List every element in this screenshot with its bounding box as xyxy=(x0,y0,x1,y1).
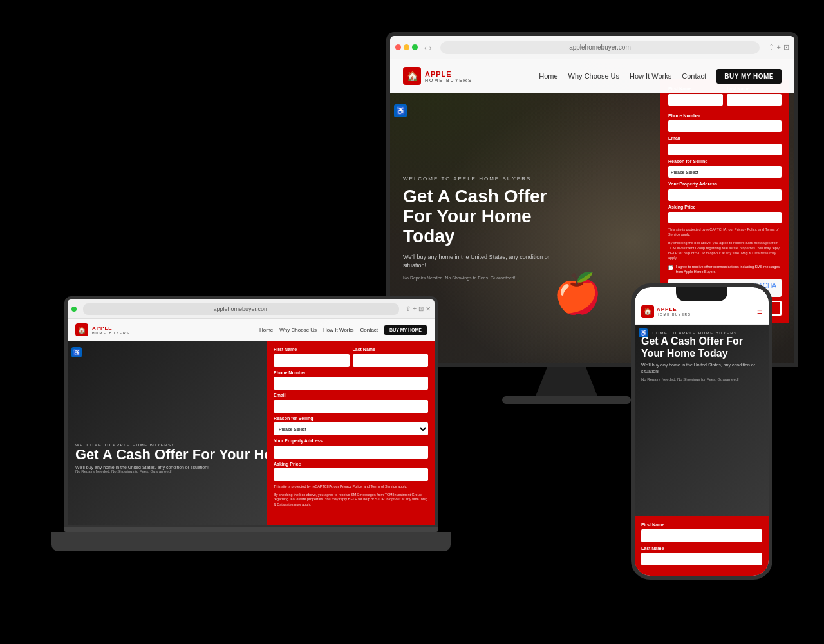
buy-my-home-button[interactable]: BUY MY HOME xyxy=(716,69,782,84)
imac-stand xyxy=(534,367,599,399)
laptop-browser-chrome: applehomebuyer.com ⇧+⊡✕ xyxy=(68,299,435,319)
phone-form-area: First Name Last Name xyxy=(635,516,769,576)
laptop-phone-label: Phone Number xyxy=(274,370,428,375)
phone-brand-name: APPLE xyxy=(657,307,691,312)
price-group: Asking Price xyxy=(668,205,782,224)
desktop-browser-chrome: ‹› applehomebuyer.com ⇧+⊡ xyxy=(390,36,794,59)
hero-subtitle: We'll buy any home in the United States,… xyxy=(403,253,557,270)
laptop-address-input[interactable] xyxy=(274,446,428,459)
laptop-url-text: applehomebuyer.com xyxy=(214,306,269,312)
form-legal2: By checking the box above, you agree to … xyxy=(668,241,782,261)
reason-select[interactable]: Please Select xyxy=(668,166,782,178)
phone-hero-subtitle: We'll buy any home in the United States,… xyxy=(641,362,762,375)
laptop-price-input[interactable] xyxy=(274,468,428,481)
minimize-button[interactable] xyxy=(404,44,409,50)
laptop-last-name-input[interactable] xyxy=(353,354,429,367)
address-input[interactable] xyxy=(668,189,782,201)
nav-why-choose[interactable]: Why Choose Us xyxy=(568,72,619,80)
laptop-website-content: 🏠 APPLE HOME BUYERS Home Why Choose Us H… xyxy=(68,319,435,525)
laptop-last-name-label: Last Name xyxy=(353,347,429,352)
address-label: Your Property Address xyxy=(668,182,782,186)
hero-note: No Repairs Needed. No Showings to Fees. … xyxy=(403,276,557,280)
laptop-logo: 🏠 APPLE HOME BUYERS xyxy=(75,323,130,336)
phone-hero-note: No Repairs Needed. No Showings for Fees.… xyxy=(641,377,762,381)
phone-input[interactable] xyxy=(668,120,782,132)
phone-hero-text: WELCOME TO APPLE HOME BUYERS! Get A Cash… xyxy=(635,325,769,388)
laptop-form-card: First Name Last Name Phone Number Email xyxy=(267,341,435,525)
laptop-email-input[interactable] xyxy=(274,400,428,413)
laptop-address-label: Your Property Address xyxy=(274,439,428,443)
address-group: Your Property Address xyxy=(668,182,782,201)
laptop-nav-why-choose[interactable]: Why Choose Us xyxy=(279,327,317,333)
phone-logo-icon: 🏠 xyxy=(641,305,654,318)
phone-last-name-input[interactable] xyxy=(641,553,762,565)
nav-how-it-works[interactable]: How It Works xyxy=(630,72,671,80)
laptop-address-group: Your Property Address xyxy=(274,439,428,459)
imac-base xyxy=(502,396,631,404)
form-legal1: This site is protected by reCAPTCHA, our… xyxy=(668,227,782,237)
price-input[interactable] xyxy=(668,212,782,223)
laptop-navbar: 🏠 APPLE HOME BUYERS Home Why Choose Us H… xyxy=(68,319,435,341)
checkbox-label: I agree to receive other communications … xyxy=(676,265,782,274)
laptop-price-group: Asking Price xyxy=(274,462,428,482)
close-button[interactable] xyxy=(395,44,401,50)
first-name-input[interactable] xyxy=(668,94,723,106)
sms-checkbox[interactable] xyxy=(668,265,673,270)
checkbox-row: I agree to receive other communications … xyxy=(668,265,782,274)
laptop-phone-input[interactable] xyxy=(274,377,428,390)
laptop-logo-icon: 🏠 xyxy=(75,323,88,336)
phone-label: Phone Number xyxy=(668,113,782,118)
laptop-nav-links: Home Why Choose Us How It Works Contact … xyxy=(259,325,427,335)
phone-first-name-label: First Name xyxy=(641,522,762,527)
laptop-nav-how-it-works[interactable]: How It Works xyxy=(323,327,353,333)
laptop-first-name-group: First Name xyxy=(274,347,350,367)
macbook-shadow xyxy=(45,564,457,576)
phone-group: Phone Number xyxy=(668,113,782,133)
maximize-button[interactable] xyxy=(412,44,418,50)
nav-contact[interactable]: Contact xyxy=(682,72,706,80)
email-input[interactable] xyxy=(668,144,782,155)
macbook-screen: applehomebuyer.com ⇧+⊡✕ 🏠 APPLE HOME BUY… xyxy=(64,296,438,528)
nav-home[interactable]: Home xyxy=(539,72,557,80)
phone-accessibility-icon[interactable]: ♿ xyxy=(639,328,648,337)
laptop-url-bar[interactable]: applehomebuyer.com xyxy=(83,303,399,315)
logo: 🏠 APPLE HOME BUYERS xyxy=(403,67,473,85)
laptop-first-name-input[interactable] xyxy=(274,354,350,367)
laptop-brand-sub: HOME BUYERS xyxy=(92,331,130,335)
laptop-price-label: Asking Price xyxy=(274,462,428,466)
url-bar[interactable]: applehomebuyer.com xyxy=(440,41,759,54)
laptop-buy-home-button[interactable]: BUY MY HOME xyxy=(384,325,427,335)
phone-hero-area: ♿ WELCOME TO APPLE HOME BUYERS! Get A Ca… xyxy=(635,325,769,516)
macbook-hinge xyxy=(64,527,438,532)
laptop-nav-home[interactable]: Home xyxy=(259,327,273,333)
phone-last-name-label: Last Name xyxy=(641,546,762,551)
hamburger-menu-icon[interactable]: ≡ xyxy=(757,307,762,317)
brand-name: APPLE xyxy=(425,70,473,78)
phone-first-name-input[interactable] xyxy=(641,529,762,542)
desktop-navbar: 🏠 APPLE HOME BUYERS Home Why Choose Us H… xyxy=(390,59,794,93)
desktop-hero-text: WELCOME TO APPLE HOME BUYERS! Get A Cash… xyxy=(403,176,557,279)
smartphone-display: 🏠 APPLE HOME BUYERS ≡ ♿ WELCOME TO APPLE… xyxy=(631,283,772,580)
email-label: Email xyxy=(668,136,782,140)
macbook-display: applehomebuyer.com ⇧+⊡✕ 🏠 APPLE HOME BUY… xyxy=(64,296,438,567)
browser-nav-buttons: ‹› xyxy=(424,44,431,52)
last-name-input[interactable] xyxy=(727,94,782,106)
laptop-accessibility-icon[interactable]: ♿ xyxy=(71,347,82,357)
laptop-reason-select[interactable]: Please Select xyxy=(274,422,428,435)
price-label: Asking Price xyxy=(668,205,782,209)
hero-title: Get A Cash Offer For Your Home Today xyxy=(403,187,557,246)
phone-hero-title: Get A Cash Offer For Your Home Today xyxy=(641,335,762,359)
phone-brand-sub: HOME BUYERS xyxy=(657,312,691,316)
url-text: applehomebuyer.com xyxy=(569,44,631,51)
laptop-email-group: Email xyxy=(274,393,428,413)
laptop-nav-contact[interactable]: Contact xyxy=(360,327,379,333)
logo-text: APPLE HOME BUYERS xyxy=(425,70,473,82)
phone-body: 🏠 APPLE HOME BUYERS ≡ ♿ WELCOME TO APPLE… xyxy=(631,283,772,580)
laptop-browser-actions: ⇧+⊡✕ xyxy=(406,305,431,312)
laptop-logo-text: APPLE HOME BUYERS xyxy=(92,325,130,335)
apple-logo-icon: 🍎 xyxy=(554,270,602,316)
macbook-base: MacBook Pro xyxy=(52,532,451,551)
laptop-legal1: This site is protected by reCAPTCHA, our… xyxy=(274,484,428,489)
laptop-email-label: Email xyxy=(274,393,428,397)
logo-icon: 🏠 xyxy=(403,67,421,85)
